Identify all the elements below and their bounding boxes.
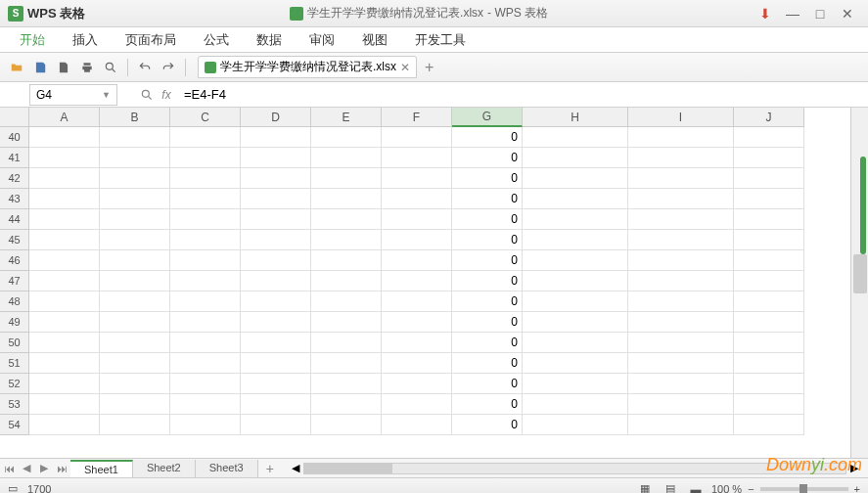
cell-E48[interactable] (311, 291, 382, 312)
cell-C45[interactable] (170, 230, 241, 250)
download-icon[interactable]: ⬇ (753, 4, 778, 23)
close-button[interactable]: ✕ (835, 4, 860, 23)
cell-J45[interactable] (734, 230, 804, 250)
cell-H51[interactable] (523, 353, 628, 374)
cell-H48[interactable] (523, 291, 628, 312)
cell-I45[interactable] (628, 230, 734, 250)
cell-D51[interactable] (241, 353, 311, 374)
row-header-51[interactable]: 51 (0, 353, 29, 374)
cell-C52[interactable] (170, 374, 241, 394)
cell-J47[interactable] (734, 271, 804, 291)
cells-area[interactable]: 000000000000000 (29, 127, 804, 435)
cell-C50[interactable] (170, 333, 241, 353)
cell-F49[interactable] (382, 312, 452, 333)
cell-H53[interactable] (523, 394, 628, 415)
cell-E41[interactable] (311, 148, 382, 168)
row-header-44[interactable]: 44 (0, 209, 29, 230)
cell-B45[interactable] (100, 230, 170, 250)
cell-A45[interactable] (29, 230, 100, 250)
cell-D53[interactable] (241, 394, 311, 415)
row-header-53[interactable]: 53 (0, 394, 29, 415)
cell-G40[interactable]: 0 (452, 127, 523, 148)
cell-H45[interactable] (523, 230, 628, 250)
cell-B48[interactable] (100, 291, 170, 312)
cell-A43[interactable] (29, 189, 100, 209)
cell-H40[interactable] (523, 127, 628, 148)
cell-D48[interactable] (241, 291, 311, 312)
cell-D44[interactable] (241, 209, 311, 230)
next-sheet-icon[interactable]: ▶ (35, 460, 53, 477)
view-page-icon[interactable]: ▤ (661, 481, 680, 494)
cell-F46[interactable] (382, 250, 452, 271)
cell-F45[interactable] (382, 230, 452, 250)
col-header-A[interactable]: A (29, 108, 100, 127)
cell-B51[interactable] (100, 353, 170, 374)
export-icon[interactable] (53, 57, 74, 78)
cell-I51[interactable] (628, 353, 734, 374)
cell-D47[interactable] (241, 271, 311, 291)
close-tab-icon[interactable]: ✕ (400, 61, 410, 74)
cell-C53[interactable] (170, 394, 241, 415)
cell-G54[interactable]: 0 (452, 415, 523, 435)
menu-开发工具[interactable]: 开发工具 (401, 28, 480, 52)
cell-B41[interactable] (100, 148, 170, 168)
cell-B52[interactable] (100, 374, 170, 394)
cell-D43[interactable] (241, 189, 311, 209)
col-header-B[interactable]: B (100, 108, 170, 127)
cell-F42[interactable] (382, 168, 452, 189)
cell-J43[interactable] (734, 189, 804, 209)
cell-H44[interactable] (523, 209, 628, 230)
cell-H50[interactable] (523, 333, 628, 353)
fx-label[interactable]: fx (157, 84, 176, 106)
vertical-scrollbar[interactable] (850, 108, 868, 458)
cell-H54[interactable] (523, 415, 628, 435)
cell-D52[interactable] (241, 374, 311, 394)
function-icon[interactable] (137, 84, 157, 106)
hscroll-thumb[interactable] (304, 464, 392, 473)
cell-J53[interactable] (734, 394, 804, 415)
cell-E54[interactable] (311, 415, 382, 435)
cell-I41[interactable] (628, 148, 734, 168)
cell-G49[interactable]: 0 (452, 312, 523, 333)
cell-D41[interactable] (241, 148, 311, 168)
cell-I52[interactable] (628, 374, 734, 394)
chevron-down-icon[interactable]: ▼ (102, 90, 111, 100)
cell-C51[interactable] (170, 353, 241, 374)
cell-D40[interactable] (241, 127, 311, 148)
cell-H42[interactable] (523, 168, 628, 189)
cell-J48[interactable] (734, 291, 804, 312)
cell-E47[interactable] (311, 271, 382, 291)
row-header-46[interactable]: 46 (0, 250, 29, 271)
menu-开始[interactable]: 开始 (6, 28, 59, 52)
cell-G52[interactable]: 0 (452, 374, 523, 394)
cell-E43[interactable] (311, 189, 382, 209)
cell-A49[interactable] (29, 312, 100, 333)
cell-F43[interactable] (382, 189, 452, 209)
cell-G41[interactable]: 0 (452, 148, 523, 168)
cell-A51[interactable] (29, 353, 100, 374)
preview-icon[interactable] (100, 57, 121, 78)
prev-sheet-icon[interactable]: ◀ (18, 460, 35, 477)
save-icon[interactable] (29, 57, 51, 78)
cell-C48[interactable] (170, 291, 241, 312)
cell-C54[interactable] (170, 415, 241, 435)
cell-H52[interactable] (523, 374, 628, 394)
cell-E44[interactable] (311, 209, 382, 230)
cell-B44[interactable] (100, 209, 170, 230)
row-header-50[interactable]: 50 (0, 333, 29, 353)
cell-J41[interactable] (734, 148, 804, 168)
cell-F53[interactable] (382, 394, 452, 415)
cell-E49[interactable] (311, 312, 382, 333)
row-header-54[interactable]: 54 (0, 415, 29, 435)
cell-E45[interactable] (311, 230, 382, 250)
scroll-thumb[interactable] (853, 254, 867, 293)
undo-icon[interactable] (134, 57, 156, 78)
cell-F54[interactable] (382, 415, 452, 435)
cell-J49[interactable] (734, 312, 804, 333)
cell-A46[interactable] (29, 250, 100, 271)
cell-B42[interactable] (100, 168, 170, 189)
cell-J51[interactable] (734, 353, 804, 374)
zoom-out-button[interactable]: − (748, 483, 754, 494)
cell-E42[interactable] (311, 168, 382, 189)
zoom-in-button[interactable]: + (854, 483, 860, 494)
